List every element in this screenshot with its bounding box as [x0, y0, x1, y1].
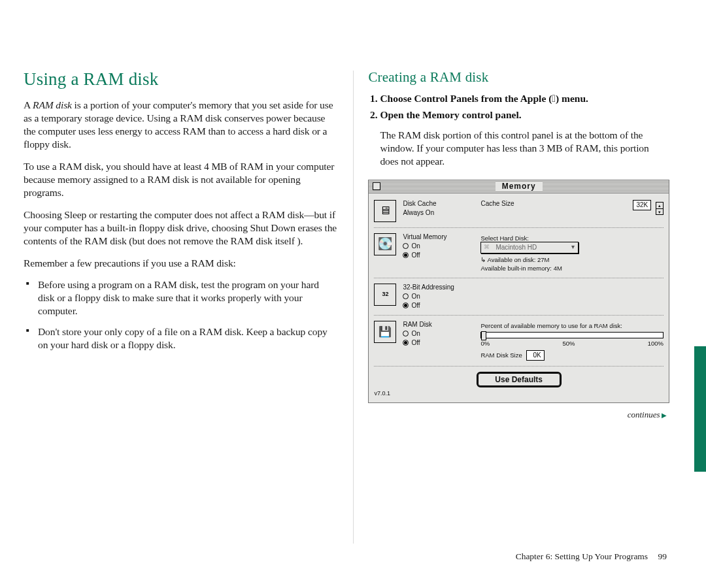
body-paragraph-3: Choosing Sleep or restarting the compute…: [24, 208, 337, 248]
ram-disk-controls: RAM Disk On Off: [403, 321, 478, 347]
addr32-off-label: Off: [411, 302, 420, 310]
edge-tab: [694, 346, 706, 472]
addr32-label: 32-Bit Addressing: [403, 284, 478, 291]
column-divider: [353, 71, 354, 544]
radio-empty-icon: [403, 331, 409, 336]
addr32-off-radio[interactable]: Off: [403, 302, 478, 310]
panel-body: Disk Cache Always On Cache Size 32K ▴▾: [369, 193, 669, 402]
hd-popup[interactable]: Macintosh HD: [480, 242, 579, 253]
cache-stepper[interactable]: ▴▾: [656, 202, 664, 215]
ram-disk-size-row: RAM Disk Size 0K: [480, 350, 664, 361]
right-column: Creating a RAM disk Choose Control Panel…: [368, 69, 669, 420]
p1b-italic: RAM disk: [33, 99, 72, 110]
slider-ticks: 0% 50% 100%: [480, 340, 664, 347]
precautions-list: Before using a program on a RAM disk, te…: [24, 278, 337, 351]
always-on-label: Always On: [403, 209, 478, 217]
avail-mem: Available built-in memory: 4M: [480, 265, 664, 272]
ram-disk-row: RAM Disk On Off Percent of available mem…: [374, 318, 664, 363]
continues-indicator: continues: [368, 410, 667, 420]
addr32-controls: 32-Bit Addressing On Off: [403, 284, 478, 310]
virtual-memory-row: Virtual Memory On Off Select Hard Disk: …: [374, 231, 664, 275]
separator-4: [374, 366, 664, 367]
disk-cache-row: Disk Cache Always On Cache Size 32K ▴▾: [374, 197, 664, 225]
radio-filled-icon: [403, 340, 409, 346]
panel-title: Memory: [496, 182, 543, 191]
use-defaults-button[interactable]: Use Defaults: [477, 372, 562, 387]
disk-icon: [374, 233, 396, 255]
addr32-row: 32 32-Bit Addressing On Off: [374, 281, 664, 312]
step-2: Open the Memory control panel.: [380, 108, 669, 122]
separator-2: [374, 278, 664, 278]
ram-disk-size-field: 0K: [526, 350, 545, 361]
tick-50: 50%: [562, 340, 575, 347]
rd-off-radio[interactable]: Off: [403, 339, 478, 347]
close-box[interactable]: [373, 182, 380, 190]
body-paragraph-4: Remember a few precautions if you use a …: [24, 257, 337, 270]
vm-controls: Virtual Memory On Off: [403, 233, 478, 259]
chip-icon: 32: [374, 284, 396, 306]
addr32-on-radio[interactable]: On: [403, 293, 478, 301]
step-explanation: The RAM disk portion of this control pan…: [380, 129, 669, 168]
disk-cache-labels: Disk Cache Always On: [403, 200, 478, 218]
step-1: Choose Control Panels from the Apple ()…: [380, 92, 669, 106]
bullet-2: Don't store your only copy of a file on …: [38, 325, 337, 351]
vm-off-radio[interactable]: Off: [403, 252, 478, 259]
vm-off-label: Off: [411, 252, 420, 259]
rd-on-label: On: [411, 330, 420, 338]
tick-100: 100%: [648, 340, 664, 347]
rd-off-label: Off: [411, 339, 420, 347]
avail-disk: Available on disk: 27M: [488, 256, 550, 263]
cache-size-block: Cache Size 32K ▴▾: [478, 200, 664, 215]
floppy-icon: [374, 321, 396, 343]
memory-control-panel: Memory Disk Cache Always On Cache Size 3…: [368, 180, 669, 403]
subsection-heading: Creating a RAM disk: [368, 69, 669, 86]
radio-empty-icon: [403, 243, 409, 249]
chapter-label: Chapter 6: Setting Up Your Programs: [516, 551, 648, 561]
page-footer: Chapter 6: Setting Up Your Programs 99: [516, 551, 667, 562]
radio-empty-icon: [403, 293, 409, 299]
panel-titlebar: Memory: [369, 180, 669, 193]
left-column: Using a RAM disk A RAM disk is a portion…: [24, 69, 337, 420]
body-paragraph-2: To use a RAM disk, you should have at le…: [24, 160, 337, 199]
vm-label: Virtual Memory: [403, 233, 478, 241]
slider-thumb[interactable]: [481, 331, 486, 340]
vm-on-label: On: [411, 242, 420, 250]
select-hd-label: Select Hard Disk:: [480, 235, 664, 242]
ram-disk-label: RAM Disk: [403, 321, 478, 329]
separator-3: [374, 315, 664, 316]
cache-size-label: Cache Size: [480, 200, 514, 208]
steps-list: Choose Control Panels from the Apple ()…: [368, 92, 669, 122]
addr32-on-label: On: [411, 293, 420, 301]
radio-filled-icon: [403, 302, 409, 308]
page-number: 99: [658, 551, 667, 561]
percent-label: Percent of available memory to use for a…: [480, 322, 664, 329]
vm-on-radio[interactable]: On: [403, 242, 478, 250]
ram-disk-size-label: RAM Disk Size: [480, 351, 522, 359]
vm-info: Select Hard Disk: Macintosh HD ↳ Availab…: [478, 233, 664, 272]
p1a: A: [24, 99, 33, 110]
ram-disk-slider-block: Percent of available memory to use for a…: [478, 321, 664, 361]
panel-version: v7.0.1: [374, 390, 664, 397]
radio-filled-icon: [403, 252, 409, 258]
bullet-1: Before using a program on a RAM disk, te…: [38, 278, 337, 318]
rd-on-radio[interactable]: On: [403, 330, 478, 338]
tick-0: 0%: [480, 340, 490, 347]
ram-disk-slider[interactable]: [480, 332, 664, 338]
disk-cache-label: Disk Cache: [403, 200, 478, 208]
intro-paragraph: A RAM disk is a portion of your computer…: [24, 99, 337, 151]
separator-1: [374, 227, 664, 228]
cache-size-field[interactable]: 32K: [633, 200, 651, 210]
monitor-icon: [374, 200, 396, 222]
section-heading: Using a RAM disk: [24, 69, 337, 90]
